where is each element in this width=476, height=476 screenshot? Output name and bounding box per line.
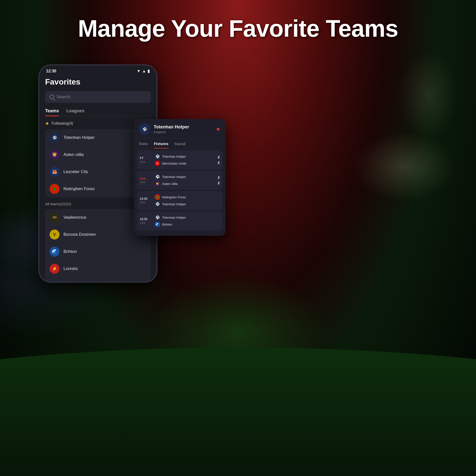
popup-card: ⚽ Totenhan Hotper England ★ Stats Fixtur… xyxy=(134,119,226,236)
team-badge-nottingham: 🌲 xyxy=(50,184,60,194)
fixture-row: Live 15/4 ⚽ Totenhan Hotper 🦁 Asten viil… xyxy=(137,171,223,190)
popup-tab-stats[interactable]: Stats xyxy=(139,142,148,148)
fixture-teams: ⚽ Totenhan Hotper 🔴 Menchister Unite xyxy=(153,153,216,167)
fixture-scores xyxy=(216,200,220,201)
team-badge-aston: 🦁 xyxy=(50,150,60,160)
popup-team-badge: ⚽ xyxy=(139,123,150,135)
team-badge-baen: B xyxy=(50,281,60,282)
fixture-team-name: Totenhan Hotper xyxy=(162,155,186,158)
fixture-team-name: Totenhan Hotper xyxy=(162,216,186,219)
fixture-team-badge: ⚽ xyxy=(155,174,160,179)
popup-header: ⚽ Totenhan Hotper England ★ xyxy=(134,119,226,139)
fixture-team-badge-tottenham: ⚽ xyxy=(155,154,160,159)
status-icons: ▼ ▲ ▮ xyxy=(137,69,150,73)
team-name-tottenham: Totenhan Hotper xyxy=(63,135,142,140)
team-badge-lonniiis: ⚡ xyxy=(50,264,60,274)
fixture-teams: 🌲 Notinghen Fores ⚽ Totenhan Hotper xyxy=(153,194,216,208)
tabs-container: Teams Leagues xyxy=(45,108,151,116)
wifi-icon: ▼ xyxy=(137,69,141,73)
fixture-row: 16:55 16/4 ⚽ Totenhan Hotper 🌊 Brihton xyxy=(137,211,223,230)
fixture-team-badge-nottingham: 🌲 xyxy=(155,194,160,200)
fixture-scores xyxy=(216,220,220,222)
popup-team-info: Totenhan Hotper England xyxy=(154,124,212,134)
fixture-team-badge-brighton: 🌊 xyxy=(155,222,160,227)
fixture-team-badge-manu: 🔴 xyxy=(155,161,160,166)
fixture-team-badge: ⚽ xyxy=(155,201,160,207)
tab-leagues[interactable]: Leagues xyxy=(66,108,85,116)
fixture-date: 16/4 xyxy=(140,221,153,224)
fixture-score: 2 xyxy=(216,161,220,165)
team-item[interactable]: ⚡ Lonniiis xyxy=(45,260,151,277)
popup-favorite-star-icon[interactable]: ★ xyxy=(216,126,221,132)
screen-title: Favorites xyxy=(45,77,151,87)
fixture-team-row: ⚽ Totenhan Hotper xyxy=(155,214,214,221)
search-placeholder: Search... xyxy=(57,94,73,99)
fixture-team-name: Brihton xyxy=(162,223,172,226)
fixture-team-name: Totenhan Hotper xyxy=(162,175,186,179)
team-item[interactable]: 🌊 Brihton xyxy=(45,243,151,260)
search-bar[interactable]: Search... xyxy=(45,91,151,103)
signal-icon: ▲ xyxy=(142,69,146,73)
fixture-scores: 2 2 xyxy=(216,155,220,165)
search-icon xyxy=(50,95,54,99)
fixture-score: 2 xyxy=(216,155,220,159)
team-badge-valencia: 🦇 xyxy=(50,212,60,222)
team-name-lonniiis: Lonniiis xyxy=(63,266,146,271)
headline: Manage Your Favorite Teams xyxy=(0,15,476,42)
fixture-team-name: Menchister Unite xyxy=(162,162,186,165)
fixture-team-row: ⚽ Totenhan Hotper xyxy=(155,201,214,208)
fixture-team-row: 🌊 Brihton xyxy=(155,221,214,228)
fixture-status: 16:55 xyxy=(140,217,153,221)
fixture-status: 23:55 xyxy=(140,197,153,201)
fixture-score: 2 xyxy=(216,181,220,185)
tab-teams[interactable]: Teams xyxy=(45,108,59,116)
fixture-teams: ⚽ Totenhan Hotper 🌊 Brihton xyxy=(153,214,216,228)
popup-tab-fixtures[interactable]: Fixtures xyxy=(154,142,168,148)
fixture-team-row: ⚽ Totenhan Hotper xyxy=(155,153,214,160)
status-bar: 12:30 ▼ ▲ ▮ xyxy=(39,65,157,75)
team-name-borussia: Borosia Dostmen xyxy=(63,232,146,237)
fixture-date: 16/4 xyxy=(140,201,153,204)
fixture-row: FT 15/4 ⚽ Totenhan Hotper 🔴 Menchister U… xyxy=(137,150,223,169)
popup-country: England xyxy=(154,130,212,134)
fixture-time: 23:55 16/4 xyxy=(140,197,153,204)
fixture-teams: ⚽ Totenhan Hotper 🦁 Asten viilla xyxy=(153,173,216,187)
fixture-time: FT 15/4 xyxy=(140,156,153,163)
fixture-team-row: 🔴 Menchister Unite xyxy=(155,160,214,167)
popup-team-name: Totenhan Hotper xyxy=(154,124,212,130)
fixture-time: Live 15/4 xyxy=(140,177,153,184)
fixture-team-row: ⚽ Totenhan Hotper xyxy=(155,173,214,180)
fixture-team-name: Totenhan Hotper xyxy=(162,202,186,206)
fixture-date: 15/4 xyxy=(140,160,153,163)
team-badge-leicester: 🦊 xyxy=(50,167,60,177)
battery-icon: ▮ xyxy=(148,69,150,73)
status-time: 12:30 xyxy=(46,69,56,73)
team-item[interactable]: B Baen Levekusan xyxy=(45,277,151,282)
team-name-brighton: Brihton xyxy=(63,249,146,254)
team-badge-tottenham: ⚽ xyxy=(50,133,60,143)
fixture-team-name: Notinghen Fores xyxy=(162,195,186,199)
fixture-status: FT xyxy=(140,156,153,160)
fixture-status-live: Live xyxy=(140,177,153,180)
team-badge-borussia: V xyxy=(50,230,60,239)
following-label: Following(4) xyxy=(52,121,73,126)
fixture-scores: 2 2 xyxy=(216,176,220,185)
fixture-row: 23:55 16/4 🌲 Notinghen Fores ⚽ Totenhan … xyxy=(137,191,223,210)
fixture-team-badge: ⚽ xyxy=(155,215,160,220)
fixture-team-row: 🦁 Asten viilla xyxy=(155,180,214,187)
popup-tab-squad[interactable]: Squad xyxy=(174,142,186,148)
fixture-date: 15/4 xyxy=(140,181,153,184)
following-star-icon: ★ xyxy=(45,121,49,126)
popup-tabs: Stats Fixtures Squad xyxy=(134,139,226,149)
fixture-time: 16:55 16/4 xyxy=(140,217,153,224)
fixture-team-name: Asten viilla xyxy=(162,182,178,186)
fixture-team-badge-aston: 🦁 xyxy=(155,181,160,186)
team-badge-brighton: 🌊 xyxy=(50,247,60,257)
fixture-team-row: 🌲 Notinghen Fores xyxy=(155,194,214,201)
fixture-score: 2 xyxy=(216,176,220,179)
